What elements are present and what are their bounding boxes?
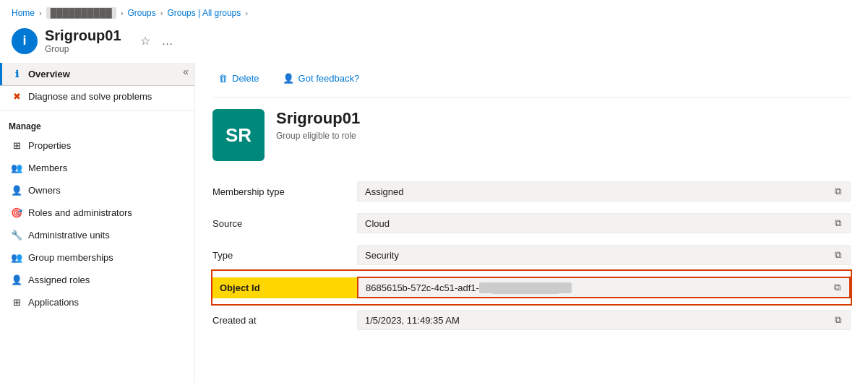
- sidebar-item-applications[interactable]: ⊞ Applications: [0, 291, 194, 313]
- sidebar-item-owners[interactable]: 👤 Owners: [0, 179, 194, 202]
- properties-table: Membership type Assigned ⧉ Source Cloud: [212, 176, 851, 336]
- sidebar-item-diagnose[interactable]: ✖ Diagnose and solve problems: [0, 85, 194, 108]
- toolbar: 🗑 Delete 👤 Got feedback?: [212, 63, 851, 98]
- sidebar-item-admin-units[interactable]: 🔧 Administrative units: [0, 224, 194, 246]
- delete-label: Delete: [232, 73, 259, 84]
- group-memberships-icon: 👥: [11, 252, 22, 263]
- created-at-value: 1/5/2023, 11:49:35 AM: [365, 315, 460, 326]
- owners-icon: 👤: [11, 185, 22, 196]
- admin-units-label: Administrative units: [28, 230, 110, 241]
- table-row: Created at 1/5/2023, 11:49:35 AM ⧉: [212, 304, 851, 336]
- page-header: i Srigroup01 Group ☆ …: [0, 23, 868, 63]
- sidebar-divider: [0, 111, 194, 111]
- table-row: Source Cloud ⧉: [212, 207, 851, 239]
- page-subtitle: Group: [45, 44, 121, 54]
- breadcrumb-tenant[interactable]: ██████████: [46, 7, 116, 19]
- object-id-value: 8685615b-572c-4c51-adf1-██████████: [366, 282, 572, 293]
- applications-label: Applications: [28, 297, 79, 308]
- owners-label: Owners: [28, 185, 61, 196]
- sidebar-item-roles-admins[interactable]: 🎯 Roles and administrators: [0, 202, 194, 224]
- type-label: Type: [212, 239, 357, 271]
- type-value: Security: [365, 250, 399, 261]
- feedback-label: Got feedback?: [298, 73, 360, 84]
- sidebar-item-properties[interactable]: ⊞ Properties: [0, 134, 194, 157]
- page-title: Srigroup01: [45, 27, 121, 44]
- group-memberships-label: Group memberships: [28, 252, 113, 263]
- breadcrumb: Home › ██████████ › Groups › Groups | Al…: [0, 0, 868, 23]
- avatar-initials: SR: [225, 124, 252, 147]
- properties-icon: ⊞: [11, 140, 22, 151]
- sidebar-item-members[interactable]: 👥 Members: [0, 157, 194, 179]
- sidebar-diagnose-label: Diagnose and solve problems: [28, 91, 152, 102]
- sidebar-manage-label: Manage: [0, 114, 194, 134]
- info-icon: ℹ: [11, 69, 22, 79]
- members-icon: 👥: [11, 163, 22, 173]
- roles-icon: 🎯: [11, 207, 22, 218]
- assigned-roles-icon: 👤: [11, 274, 22, 285]
- pin-button[interactable]: ☆: [137, 33, 153, 49]
- table-row: Type Security ⧉: [212, 239, 851, 271]
- feedback-button[interactable]: 👤 Got feedback?: [277, 70, 366, 87]
- applications-icon: ⊞: [11, 297, 22, 308]
- entity-name: Srigroup01: [276, 109, 360, 128]
- copy-type-button[interactable]: ⧉: [833, 249, 843, 261]
- copy-source-button[interactable]: ⧉: [833, 217, 843, 229]
- created-at-label: Created at: [212, 304, 357, 336]
- delete-icon: 🗑: [218, 73, 228, 84]
- object-id-label-cell: Object Id: [212, 271, 357, 304]
- breadcrumb-all-groups[interactable]: Groups | All groups: [167, 8, 241, 18]
- membership-type-label: Membership type: [212, 176, 357, 207]
- feedback-icon: 👤: [283, 73, 294, 84]
- content-area: 🗑 Delete 👤 Got feedback? SR Srigroup01 G…: [195, 63, 868, 383]
- source-value: Cloud: [365, 218, 390, 229]
- admin-units-icon: 🔧: [11, 230, 22, 241]
- membership-type-value-box: Assigned ⧉: [357, 181, 851, 202]
- properties-label: Properties: [28, 140, 71, 151]
- source-value-box: Cloud ⧉: [357, 213, 851, 233]
- object-id-value-box: 8685615b-572c-4c51-adf1-██████████ ⧉: [357, 277, 851, 298]
- sidebar-item-group-memberships[interactable]: 👥 Group memberships: [0, 246, 194, 269]
- membership-type-value: Assigned: [365, 186, 403, 197]
- assigned-roles-label: Assigned roles: [28, 274, 90, 285]
- sidebar-item-assigned-roles[interactable]: 👤 Assigned roles: [0, 269, 194, 291]
- diagnose-icon: ✖: [11, 91, 22, 102]
- members-label: Members: [28, 163, 67, 173]
- copy-membership-type-button[interactable]: ⧉: [833, 186, 843, 197]
- type-value-box: Security ⧉: [357, 245, 851, 265]
- main-layout: « ℹ Overview ✖ Diagnose and solve proble…: [0, 63, 868, 383]
- copy-object-id-button[interactable]: ⧉: [833, 282, 842, 293]
- table-row: Membership type Assigned ⧉: [212, 176, 851, 207]
- source-label: Source: [212, 207, 357, 239]
- collapse-sidebar-button[interactable]: «: [183, 66, 189, 77]
- more-button[interactable]: …: [159, 33, 176, 49]
- object-id-label: Object Id: [212, 277, 357, 298]
- copy-created-at-button[interactable]: ⧉: [833, 314, 843, 326]
- object-id-row: Object Id 8685615b-572c-4c51-adf1-██████…: [212, 271, 851, 304]
- breadcrumb-home[interactable]: Home: [12, 8, 35, 18]
- entity-description: Group eligible to role: [276, 131, 360, 141]
- breadcrumb-groups[interactable]: Groups: [127, 8, 155, 18]
- entity-header: SR Srigroup01 Group eligible to role: [212, 109, 851, 161]
- delete-button[interactable]: 🗑 Delete: [212, 70, 265, 87]
- roles-admins-label: Roles and administrators: [28, 207, 132, 218]
- created-at-value-box: 1/5/2023, 11:49:35 AM ⧉: [357, 310, 851, 330]
- sidebar-overview-label: Overview: [28, 69, 70, 79]
- page-header-icon: i: [12, 28, 38, 54]
- entity-avatar: SR: [212, 109, 265, 161]
- sidebar-item-overview[interactable]: ℹ Overview: [0, 63, 194, 85]
- sidebar: « ℹ Overview ✖ Diagnose and solve proble…: [0, 63, 195, 383]
